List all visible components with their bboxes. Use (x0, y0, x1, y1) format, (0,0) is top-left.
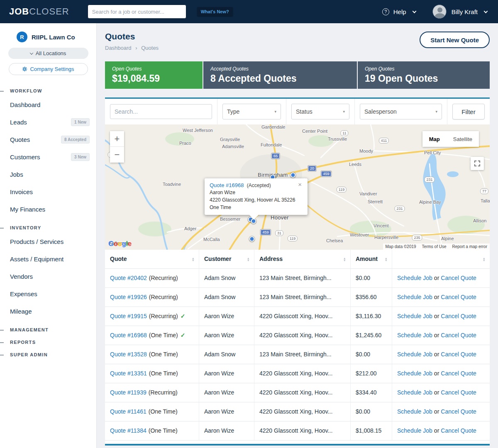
address-cell: 4220 Glasscott Xing, Hoov... (254, 383, 351, 402)
sort-icon[interactable] (247, 257, 249, 261)
quote-link[interactable]: Quote #11384 (110, 427, 146, 434)
sidebar-item-expenses[interactable]: Expenses (0, 285, 96, 302)
zoom-in-button[interactable]: + (110, 131, 124, 147)
or-text: or (434, 351, 439, 358)
close-icon[interactable]: × (295, 180, 304, 188)
locations-label: All Locations (36, 50, 66, 56)
map-type-satellite-button[interactable]: Satellite (447, 131, 479, 147)
sidebar-item-label: Products / Services (10, 238, 63, 245)
schedule-job-link[interactable]: Schedule Job (397, 408, 432, 415)
quote-link[interactable]: Quote #16968 (110, 332, 147, 338)
sidebar-item-assets-equipment[interactable]: Assets / Equipment (0, 250, 96, 268)
report-error-link[interactable]: Report a map error (452, 244, 487, 249)
start-new-quote-button[interactable]: Start New Quote (420, 32, 490, 48)
zoom-out-button[interactable]: − (110, 147, 124, 163)
map-canvas[interactable]: + − Map Satellite × Quote #16968 (Accept… (105, 124, 490, 250)
logo-text-bold: JOB (9, 6, 29, 17)
col-address[interactable]: Address (254, 250, 351, 268)
quote-link[interactable]: Quote #13528 (110, 351, 147, 358)
terms-link[interactable]: Terms of Use (422, 244, 447, 249)
user-avatar[interactable] (432, 5, 447, 19)
cancel-quote-link[interactable]: Cancel Quote (441, 332, 476, 338)
amount-cell: $3,116.30 (351, 307, 392, 326)
quotes-search-input[interactable] (110, 104, 212, 119)
quote-link[interactable]: Quote #13351 (110, 370, 147, 377)
app-logo[interactable]: JOBCLOSER (9, 6, 69, 17)
sort-icon[interactable] (192, 257, 194, 261)
sidebar-item-vendors[interactable]: Vendors (0, 268, 96, 285)
schedule-job-link[interactable]: Schedule Job (397, 389, 432, 396)
sidebar-item-label: Vendors (10, 273, 33, 280)
schedule-job-link[interactable]: Schedule Job (397, 370, 432, 377)
sidebar-item-products-services[interactable]: Products / Services (0, 233, 96, 250)
sidebar-item-dashboard[interactable]: Dashboard (0, 96, 96, 113)
sidebar-item-mileage[interactable]: Mileage (0, 302, 96, 320)
quote-link[interactable]: Quote #19915 (110, 313, 147, 319)
whats-new-button[interactable]: What's New? (197, 7, 233, 16)
info-quote-link[interactable]: Quote #16968 (210, 182, 244, 188)
google-logo[interactable]: Google (108, 240, 132, 248)
quote-type: (Recurring) (149, 294, 178, 300)
col-amount[interactable]: Amount (351, 250, 392, 268)
sidebar-item-label: Dashboard (10, 101, 40, 108)
sidebar-item-jobs[interactable]: Jobs (0, 166, 96, 183)
map-marker[interactable] (290, 173, 296, 178)
quote-link[interactable]: Quote #11939 (110, 389, 146, 396)
sidebar-item-customers[interactable]: Customers 3 New (0, 148, 96, 166)
amount-cell: $1,008.15 (351, 421, 392, 440)
quotes-badge: 8 Accepted (61, 136, 90, 144)
schedule-job-link[interactable]: Schedule Job (397, 275, 432, 281)
cancel-quote-link[interactable]: Cancel Quote (441, 313, 476, 319)
salesperson-select[interactable]: Salesperson ▾ (360, 104, 442, 119)
schedule-job-link[interactable]: Schedule Job (397, 332, 432, 338)
sidebar-item-quotes[interactable]: Quotes 8 Accepted (0, 131, 96, 148)
schedule-job-link[interactable]: Schedule Job (397, 313, 432, 319)
col-customer[interactable]: Customer (199, 250, 254, 268)
cancel-quote-link[interactable]: Cancel Quote (441, 294, 476, 300)
quote-link[interactable]: Quote #20402 (110, 275, 147, 281)
accepted-check-icon: ✓ (181, 332, 186, 338)
map-type-map-button[interactable]: Map (422, 131, 447, 147)
global-search-input[interactable] (88, 5, 186, 19)
fullscreen-button[interactable] (471, 157, 484, 170)
cancel-quote-link[interactable]: Cancel Quote (441, 275, 476, 281)
cancel-quote-link[interactable]: Cancel Quote (441, 408, 476, 415)
schedule-job-link[interactable]: Schedule Job (397, 351, 432, 358)
sidebar-item-leads[interactable]: Leads 1 New (0, 113, 96, 131)
cancel-quote-link[interactable]: Cancel Quote (441, 351, 476, 358)
sort-icon[interactable] (385, 257, 387, 261)
cancel-quote-link[interactable]: Cancel Quote (441, 370, 476, 377)
section-reports[interactable]: REPORTS (0, 340, 96, 345)
section-management[interactable]: MANAGEMENT (0, 327, 96, 332)
status-select[interactable]: Status ▾ (291, 104, 349, 119)
quote-link[interactable]: Quote #19926 (110, 294, 147, 300)
route-shield: 231 (424, 177, 435, 183)
schedule-job-link[interactable]: Schedule Job (397, 427, 432, 434)
filter-button[interactable]: Filter (452, 104, 485, 119)
schedule-job-link[interactable]: Schedule Job (397, 294, 432, 300)
map-marker[interactable] (249, 236, 255, 242)
col-quote[interactable]: Quote (105, 250, 199, 268)
map-label: Leeds (349, 162, 361, 167)
breadcrumb-dashboard[interactable]: Dashboard (105, 45, 132, 51)
type-select[interactable]: Type ▾ (222, 104, 281, 119)
map-label: Vandiver (359, 191, 377, 196)
quote-link[interactable]: Quote #11461 (110, 408, 146, 415)
sidebar-item-my-finances[interactable]: My Finances (0, 200, 96, 218)
section-super-admin[interactable]: SUPER ADMIN (0, 352, 96, 357)
sort-icon[interactable] (483, 257, 485, 261)
col-label: Address (259, 250, 283, 268)
type-select-value: Type (227, 108, 239, 115)
sidebar-item-invoices[interactable]: Invoices (0, 183, 96, 200)
cancel-quote-link[interactable]: Cancel Quote (441, 389, 476, 396)
user-menu[interactable]: Billy Kraft (452, 8, 478, 15)
cancel-quote-link[interactable]: Cancel Quote (441, 427, 476, 434)
select-arrow-icon: ▾ (343, 110, 345, 114)
company-settings-button[interactable]: Company Settings (9, 63, 88, 75)
sort-icon[interactable] (344, 257, 345, 261)
col-actions[interactable] (392, 250, 490, 268)
table-row: Quote #20402(Recurring) Adam Snow 123 Ma… (105, 269, 490, 288)
locations-dropdown[interactable]: All Locations (8, 48, 88, 59)
help-menu[interactable]: Help (393, 8, 406, 15)
breadcrumb: Dashboard › Quotes (105, 45, 159, 51)
